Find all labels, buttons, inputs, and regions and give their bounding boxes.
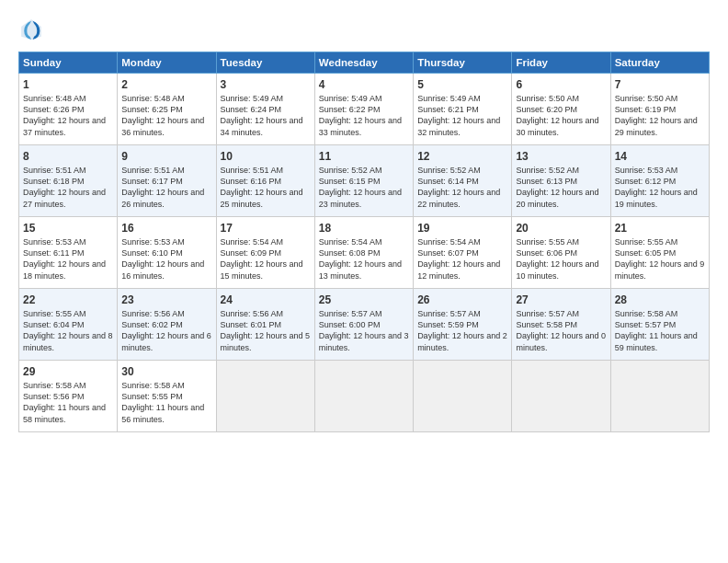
sunset-line: Sunset: 6:17 PM <box>121 176 211 187</box>
sunset-line: Sunset: 6:10 PM <box>121 247 211 259</box>
day-number: 15 <box>23 221 113 236</box>
calendar-day-cell: 1Sunrise: 5:48 AMSunset: 6:26 PMDaylight… <box>19 74 118 145</box>
sunset-line: Sunset: 6:16 PM <box>221 176 311 187</box>
calendar-day-cell: 17Sunrise: 5:54 AMSunset: 6:09 PMDayligh… <box>216 217 314 289</box>
calendar-week-row: 22Sunrise: 5:55 AMSunset: 6:04 PMDayligh… <box>19 289 710 361</box>
sunset-line: Sunset: 6:00 PM <box>319 319 409 330</box>
day-number: 13 <box>516 149 606 164</box>
daylight-line: Daylight: 12 hours and 16 minutes. <box>121 259 211 281</box>
daylight-line: Daylight: 12 hours and 26 minutes. <box>121 187 211 209</box>
day-number: 25 <box>319 293 409 307</box>
sunset-line: Sunset: 5:57 PM <box>615 319 705 330</box>
calendar-day-cell: 13Sunrise: 5:52 AMSunset: 6:13 PMDayligh… <box>512 145 610 217</box>
daylight-line: Daylight: 12 hours and 8 minutes. <box>23 330 113 352</box>
sunrise-line: Sunrise: 5:57 AM <box>516 308 606 319</box>
daylight-line: Daylight: 12 hours and 25 minutes. <box>221 187 311 209</box>
sunrise-line: Sunrise: 5:52 AM <box>516 165 606 176</box>
day-number: 26 <box>417 293 507 307</box>
day-number: 14 <box>615 149 705 164</box>
sunrise-line: Sunrise: 5:54 AM <box>417 236 507 247</box>
sunrise-line: Sunrise: 5:55 AM <box>615 236 705 247</box>
calendar-day-cell <box>610 361 709 432</box>
calendar-week-row: 29Sunrise: 5:58 AMSunset: 5:56 PMDayligh… <box>19 361 710 432</box>
day-number: 3 <box>221 77 311 92</box>
calendar-day-cell <box>414 361 512 432</box>
sunset-line: Sunset: 6:13 PM <box>516 176 606 187</box>
header <box>18 17 710 42</box>
daylight-line: Daylight: 11 hours and 58 minutes. <box>23 402 113 424</box>
sunrise-line: Sunrise: 5:49 AM <box>417 93 507 104</box>
day-number: 5 <box>417 77 507 92</box>
sunrise-line: Sunrise: 5:48 AM <box>121 93 211 104</box>
calendar-day-cell: 29Sunrise: 5:58 AMSunset: 5:56 PMDayligh… <box>19 361 118 432</box>
day-number: 16 <box>121 221 211 236</box>
sunset-line: Sunset: 6:25 PM <box>121 104 211 115</box>
calendar-day-cell: 10Sunrise: 5:51 AMSunset: 6:16 PMDayligh… <box>216 145 314 217</box>
calendar-day-cell: 11Sunrise: 5:52 AMSunset: 6:15 PMDayligh… <box>314 145 413 217</box>
daylight-line: Daylight: 12 hours and 12 minutes. <box>417 259 507 281</box>
calendar-header-cell: Sunday <box>19 52 118 74</box>
sunset-line: Sunset: 6:20 PM <box>516 104 606 115</box>
day-number: 24 <box>221 293 311 307</box>
sunset-line: Sunset: 6:12 PM <box>615 176 705 187</box>
day-number: 1 <box>23 77 113 92</box>
day-number: 18 <box>319 221 409 236</box>
day-number: 6 <box>516 77 606 92</box>
logo-icon <box>18 17 44 42</box>
day-number: 27 <box>516 293 606 307</box>
logo <box>18 17 48 42</box>
sunrise-line: Sunrise: 5:50 AM <box>516 93 606 104</box>
calendar-day-cell: 25Sunrise: 5:57 AMSunset: 6:00 PMDayligh… <box>314 289 413 361</box>
sunset-line: Sunset: 6:01 PM <box>221 319 311 330</box>
calendar-header-cell: Wednesday <box>314 52 413 74</box>
sunrise-line: Sunrise: 5:49 AM <box>221 93 311 104</box>
calendar-day-cell: 16Sunrise: 5:53 AMSunset: 6:10 PMDayligh… <box>118 217 216 289</box>
calendar-day-cell: 5Sunrise: 5:49 AMSunset: 6:21 PMDaylight… <box>414 74 512 145</box>
daylight-line: Daylight: 12 hours and 6 minutes. <box>121 330 211 352</box>
daylight-line: Daylight: 12 hours and 30 minutes. <box>516 115 606 137</box>
sunrise-line: Sunrise: 5:56 AM <box>221 308 311 319</box>
day-number: 4 <box>319 77 409 92</box>
sunset-line: Sunset: 6:21 PM <box>417 104 507 115</box>
daylight-line: Daylight: 12 hours and 0 minutes. <box>516 330 606 352</box>
calendar-day-cell: 9Sunrise: 5:51 AMSunset: 6:17 PMDaylight… <box>118 145 216 217</box>
daylight-line: Daylight: 12 hours and 33 minutes. <box>319 115 409 137</box>
day-number: 7 <box>615 77 705 92</box>
sunset-line: Sunset: 6:04 PM <box>23 319 113 330</box>
calendar-week-row: 15Sunrise: 5:53 AMSunset: 6:11 PMDayligh… <box>19 217 710 289</box>
day-number: 20 <box>516 221 606 236</box>
sunrise-line: Sunrise: 5:49 AM <box>319 93 409 104</box>
sunrise-line: Sunrise: 5:55 AM <box>516 236 606 247</box>
sunrise-line: Sunrise: 5:58 AM <box>23 380 113 391</box>
sunset-line: Sunset: 5:58 PM <box>516 319 606 330</box>
daylight-line: Daylight: 12 hours and 10 minutes. <box>516 259 606 281</box>
daylight-line: Daylight: 12 hours and 19 minutes. <box>615 187 705 209</box>
calendar-day-cell: 18Sunrise: 5:54 AMSunset: 6:08 PMDayligh… <box>314 217 413 289</box>
calendar-day-cell: 6Sunrise: 5:50 AMSunset: 6:20 PMDaylight… <box>512 74 610 145</box>
sunset-line: Sunset: 6:26 PM <box>23 104 113 115</box>
sunset-line: Sunset: 6:08 PM <box>319 247 409 259</box>
calendar-day-cell <box>512 361 610 432</box>
sunset-line: Sunset: 6:09 PM <box>221 247 311 259</box>
calendar-day-cell: 28Sunrise: 5:58 AMSunset: 5:57 PMDayligh… <box>610 289 709 361</box>
sunset-line: Sunset: 6:02 PM <box>121 319 211 330</box>
daylight-line: Daylight: 12 hours and 9 minutes. <box>615 259 705 281</box>
daylight-line: Daylight: 12 hours and 13 minutes. <box>319 259 409 281</box>
calendar-day-cell: 3Sunrise: 5:49 AMSunset: 6:24 PMDaylight… <box>216 74 314 145</box>
sunrise-line: Sunrise: 5:57 AM <box>319 308 409 319</box>
sunrise-line: Sunrise: 5:56 AM <box>121 308 211 319</box>
daylight-line: Daylight: 12 hours and 22 minutes. <box>417 187 507 209</box>
sunrise-line: Sunrise: 5:53 AM <box>23 236 113 247</box>
calendar-day-cell: 30Sunrise: 5:58 AMSunset: 5:55 PMDayligh… <box>118 361 216 432</box>
calendar-day-cell: 27Sunrise: 5:57 AMSunset: 5:58 PMDayligh… <box>512 289 610 361</box>
sunrise-line: Sunrise: 5:58 AM <box>615 308 705 319</box>
sunset-line: Sunset: 5:56 PM <box>23 391 113 402</box>
daylight-line: Daylight: 12 hours and 32 minutes. <box>417 115 507 137</box>
sunrise-line: Sunrise: 5:50 AM <box>615 93 705 104</box>
sunset-line: Sunset: 6:15 PM <box>319 176 409 187</box>
sunrise-line: Sunrise: 5:54 AM <box>221 236 311 247</box>
daylight-line: Daylight: 12 hours and 34 minutes. <box>221 115 311 137</box>
day-number: 29 <box>23 364 113 379</box>
sunrise-line: Sunrise: 5:53 AM <box>121 236 211 247</box>
calendar-day-cell: 14Sunrise: 5:53 AMSunset: 6:12 PMDayligh… <box>610 145 709 217</box>
